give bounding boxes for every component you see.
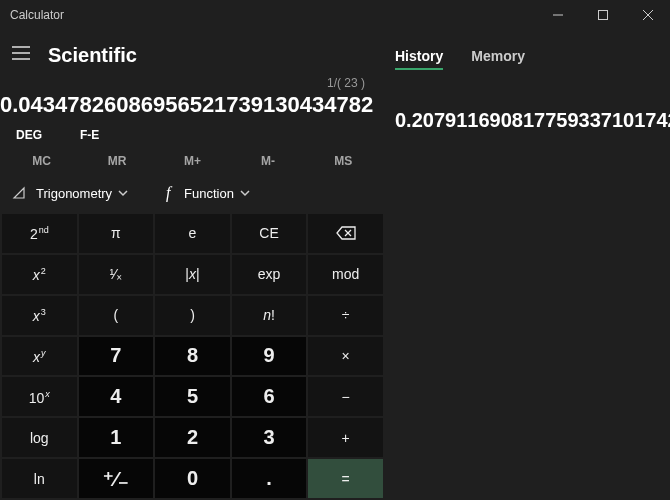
fe-button[interactable]: F-E [80,128,144,142]
e-button[interactable]: e [155,214,230,253]
mr-button[interactable]: MR [79,154,154,168]
keypad: 2nd π e CE x2 ¹⁄ₓ |x| exp mod x3 ( ) n! … [0,214,385,500]
window-title: Calculator [0,8,535,22]
ms-button[interactable]: MS [306,154,381,168]
minimize-button[interactable] [535,0,580,30]
ln-button[interactable]: ln [2,459,77,498]
reciprocal-button[interactable]: ¹⁄ₓ [79,255,154,294]
result: 0.0434782608695652173913043478260 [0,92,373,118]
multiply-button[interactable]: × [308,337,383,376]
backspace-button[interactable] [308,214,383,253]
mc-button[interactable]: MC [4,154,79,168]
chevron-down-icon [240,186,250,201]
digit-3-button[interactable]: 3 [232,418,307,457]
digit-5-button[interactable]: 5 [155,377,230,416]
mplus-button[interactable]: M+ [155,154,230,168]
expression: 1/( 23 ) [0,76,373,92]
factorial-button[interactable]: n! [232,296,307,335]
equals-button[interactable]: = [308,459,383,498]
exp-button[interactable]: exp [232,255,307,294]
menu-button[interactable] [12,46,48,64]
digit-8-button[interactable]: 8 [155,337,230,376]
function-dropdown[interactable]: f Function [154,178,254,208]
subtract-button[interactable]: − [308,377,383,416]
abs-button[interactable]: |x| [155,255,230,294]
digit-2-button[interactable]: 2 [155,418,230,457]
digit-0-button[interactable]: 0 [155,459,230,498]
tabs: History Memory [395,38,670,76]
rparen-button[interactable]: ) [155,296,230,335]
chevron-down-icon [118,186,128,201]
angle-icon [10,186,30,200]
digit-9-button[interactable]: 9 [232,337,307,376]
ce-button[interactable]: CE [232,214,307,253]
mminus-button[interactable]: M- [230,154,305,168]
x-cubed-button[interactable]: x3 [2,296,77,335]
tab-memory[interactable]: Memory [471,48,525,70]
digit-4-button[interactable]: 4 [79,377,154,416]
divide-button[interactable]: ÷ [308,296,383,335]
trigonometry-dropdown[interactable]: Trigonometry [6,178,132,208]
app-body: Scientific 1/( 23 ) 0.043478260869565217… [0,30,670,500]
maximize-button[interactable] [580,0,625,30]
ten-power-x-button[interactable]: 10x [2,377,77,416]
display: 1/( 23 ) 0.04347826086956521739130434782… [0,74,385,124]
digit-7-button[interactable]: 7 [79,337,154,376]
digit-6-button[interactable]: 6 [232,377,307,416]
title-bar: Calculator [0,0,670,30]
angle-format-row: DEG F-E [0,124,385,142]
function-icon: f [158,184,178,202]
header: Scientific [0,30,385,74]
svg-rect-1 [598,11,607,20]
log-button[interactable]: log [2,418,77,457]
history-item[interactable]: sin₀( 12 ) = 0.2079116908177593371017422… [395,76,670,133]
pi-button[interactable]: π [79,214,154,253]
negate-button[interactable]: ⁺⁄₋ [79,459,154,498]
lparen-button[interactable]: ( [79,296,154,335]
close-button[interactable] [625,0,670,30]
mode-label: Scientific [48,44,137,67]
calculator-panel: Scientific 1/( 23 ) 0.043478260869565217… [0,30,385,500]
history-result: 0.20791169081775933710174228440513 [395,108,670,133]
decimal-button[interactable]: . [232,459,307,498]
history-expression: sin₀( 12 ) = [395,90,670,104]
trigonometry-label: Trigonometry [36,186,112,201]
add-button[interactable]: + [308,418,383,457]
function-label: Function [184,186,234,201]
deg-button[interactable]: DEG [16,128,80,142]
side-panel: History Memory sin₀( 12 ) = 0.2079116908… [385,30,670,500]
tab-history[interactable]: History [395,48,443,70]
memory-row: MC MR M+ M- MS [0,142,385,176]
x-power-y-button[interactable]: xy [2,337,77,376]
second-button[interactable]: 2nd [2,214,77,253]
dropdown-row: Trigonometry f Function [0,176,385,214]
mod-button[interactable]: mod [308,255,383,294]
x-squared-button[interactable]: x2 [2,255,77,294]
digit-1-button[interactable]: 1 [79,418,154,457]
